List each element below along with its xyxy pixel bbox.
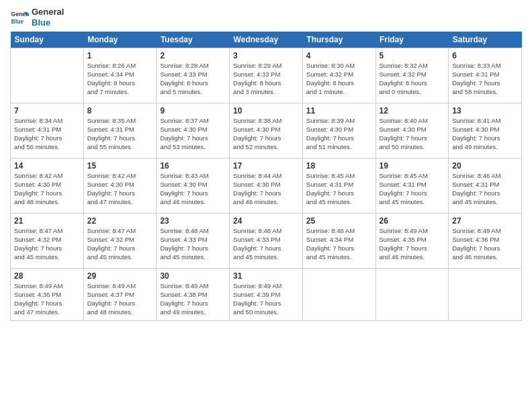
day-info: Sunrise: 8:49 AMSunset: 4:37 PMDaylight:… (87, 282, 153, 316)
logo-general: General (32, 7, 64, 17)
day-info: Sunrise: 8:45 AMSunset: 4:31 PMDaylight:… (306, 172, 372, 206)
day-info: Sunrise: 8:29 AMSunset: 4:33 PMDaylight:… (233, 62, 299, 96)
day-number: 10 (233, 106, 299, 116)
day-info: Sunrise: 8:49 AMSunset: 4:35 PMDaylight:… (380, 227, 445, 261)
day-number: 1 (87, 51, 153, 60)
day-cell: 16Sunrise: 8:43 AMSunset: 4:30 PMDayligh… (157, 158, 230, 214)
day-number: 15 (87, 161, 153, 171)
day-info: Sunrise: 8:42 AMSunset: 4:30 PMDaylight:… (87, 172, 153, 206)
day-cell: 17Sunrise: 8:44 AMSunset: 4:30 PMDayligh… (230, 158, 303, 214)
day-cell: 27Sunrise: 8:49 AMSunset: 4:36 PMDayligh… (449, 214, 522, 269)
day-info: Sunrise: 8:47 AMSunset: 4:32 PMDaylight:… (87, 227, 153, 261)
day-number: 4 (306, 51, 372, 60)
day-cell: 12Sunrise: 8:40 AMSunset: 4:30 PMDayligh… (375, 103, 449, 158)
day-cell: 11Sunrise: 8:39 AMSunset: 4:30 PMDayligh… (302, 103, 375, 158)
day-cell: 20Sunrise: 8:46 AMSunset: 4:31 PMDayligh… (449, 158, 522, 214)
day-cell: 31Sunrise: 8:49 AMSunset: 4:39 PMDayligh… (230, 269, 303, 321)
day-info: Sunrise: 8:38 AMSunset: 4:30 PMDaylight:… (233, 117, 299, 151)
day-cell: 6Sunrise: 8:33 AMSunset: 4:31 PMDaylight… (449, 48, 522, 103)
week-row-1: 1Sunrise: 8:26 AMSunset: 4:34 PMDaylight… (11, 48, 522, 103)
week-row-4: 21Sunrise: 8:47 AMSunset: 4:32 PMDayligh… (11, 214, 522, 269)
day-info: Sunrise: 8:47 AMSunset: 4:32 PMDaylight:… (14, 227, 80, 261)
col-header-friday: Friday (375, 32, 449, 48)
day-cell: 19Sunrise: 8:45 AMSunset: 4:31 PMDayligh… (375, 158, 449, 214)
col-header-sunday: Sunday (11, 32, 84, 48)
day-info: Sunrise: 8:41 AMSunset: 4:30 PMDaylight:… (452, 117, 518, 151)
day-info: Sunrise: 8:48 AMSunset: 4:33 PMDaylight:… (160, 227, 226, 261)
day-cell: 23Sunrise: 8:48 AMSunset: 4:33 PMDayligh… (157, 214, 230, 269)
day-number: 12 (380, 106, 445, 116)
day-cell: 24Sunrise: 8:48 AMSunset: 4:33 PMDayligh… (230, 214, 303, 269)
day-cell: 30Sunrise: 8:49 AMSunset: 4:38 PMDayligh… (157, 269, 230, 321)
day-number: 13 (452, 106, 518, 116)
day-info: Sunrise: 8:39 AMSunset: 4:30 PMDaylight:… (306, 117, 372, 151)
week-row-3: 14Sunrise: 8:42 AMSunset: 4:30 PMDayligh… (11, 158, 522, 214)
day-info: Sunrise: 8:35 AMSunset: 4:31 PMDaylight:… (87, 117, 153, 151)
day-number: 27 (452, 216, 518, 226)
day-number: 17 (233, 161, 299, 171)
col-header-monday: Monday (83, 32, 157, 48)
day-cell: 25Sunrise: 8:48 AMSunset: 4:34 PMDayligh… (302, 214, 375, 269)
day-cell: 3Sunrise: 8:29 AMSunset: 4:33 PMDaylight… (230, 48, 303, 103)
day-number: 26 (380, 216, 445, 226)
day-cell (11, 48, 84, 103)
day-info: Sunrise: 8:28 AMSunset: 4:33 PMDaylight:… (160, 62, 226, 96)
day-cell (449, 269, 522, 321)
day-info: Sunrise: 8:32 AMSunset: 4:32 PMDaylight:… (380, 62, 445, 96)
day-info: Sunrise: 8:42 AMSunset: 4:30 PMDaylight:… (14, 172, 80, 206)
day-info: Sunrise: 8:49 AMSunset: 4:39 PMDaylight:… (233, 282, 299, 316)
day-number: 25 (306, 216, 372, 226)
day-cell: 8Sunrise: 8:35 AMSunset: 4:31 PMDaylight… (83, 103, 157, 158)
day-cell: 10Sunrise: 8:38 AMSunset: 4:30 PMDayligh… (230, 103, 303, 158)
week-row-5: 28Sunrise: 8:49 AMSunset: 4:36 PMDayligh… (11, 269, 522, 321)
day-info: Sunrise: 8:34 AMSunset: 4:31 PMDaylight:… (14, 117, 80, 151)
day-number: 20 (452, 161, 518, 171)
svg-text:Blue: Blue (11, 17, 24, 24)
day-info: Sunrise: 8:40 AMSunset: 4:30 PMDaylight:… (380, 117, 445, 151)
day-cell: 26Sunrise: 8:49 AMSunset: 4:35 PMDayligh… (375, 214, 449, 269)
day-cell: 13Sunrise: 8:41 AMSunset: 4:30 PMDayligh… (449, 103, 522, 158)
day-cell: 29Sunrise: 8:49 AMSunset: 4:37 PMDayligh… (83, 269, 157, 321)
day-number: 5 (380, 51, 445, 60)
day-cell: 18Sunrise: 8:45 AMSunset: 4:31 PMDayligh… (302, 158, 375, 214)
day-info: Sunrise: 8:48 AMSunset: 4:34 PMDaylight:… (306, 227, 372, 261)
day-number: 31 (233, 271, 299, 281)
day-number: 23 (160, 216, 226, 226)
header-row: SundayMondayTuesdayWednesdayThursdayFrid… (11, 32, 522, 48)
day-cell: 4Sunrise: 8:30 AMSunset: 4:32 PMDaylight… (302, 48, 375, 103)
day-number: 21 (14, 216, 80, 226)
day-info: Sunrise: 8:49 AMSunset: 4:36 PMDaylight:… (14, 282, 80, 316)
col-header-thursday: Thursday (302, 32, 375, 48)
day-number: 28 (14, 271, 80, 281)
day-info: Sunrise: 8:37 AMSunset: 4:30 PMDaylight:… (160, 117, 226, 151)
day-number: 29 (87, 271, 153, 281)
calendar-table: SundayMondayTuesdayWednesdayThursdayFrid… (10, 32, 522, 321)
day-info: Sunrise: 8:46 AMSunset: 4:31 PMDaylight:… (452, 172, 518, 206)
day-number: 19 (380, 161, 445, 171)
logo-icon: General Blue (10, 8, 29, 27)
day-cell (302, 269, 375, 321)
logo: General Blue General Blue (10, 7, 64, 28)
day-cell: 22Sunrise: 8:47 AMSunset: 4:32 PMDayligh… (83, 214, 157, 269)
col-header-wednesday: Wednesday (230, 32, 303, 48)
day-info: Sunrise: 8:44 AMSunset: 4:30 PMDaylight:… (233, 172, 299, 206)
day-number: 8 (87, 106, 153, 116)
day-info: Sunrise: 8:45 AMSunset: 4:31 PMDaylight:… (380, 172, 445, 206)
day-cell: 7Sunrise: 8:34 AMSunset: 4:31 PMDaylight… (11, 103, 84, 158)
day-info: Sunrise: 8:26 AMSunset: 4:34 PMDaylight:… (87, 62, 153, 96)
day-number: 18 (306, 161, 372, 171)
day-number: 11 (306, 106, 372, 116)
day-info: Sunrise: 8:30 AMSunset: 4:32 PMDaylight:… (306, 62, 372, 96)
day-cell: 2Sunrise: 8:28 AMSunset: 4:33 PMDaylight… (157, 48, 230, 103)
day-cell: 5Sunrise: 8:32 AMSunset: 4:32 PMDaylight… (375, 48, 449, 103)
day-number: 9 (160, 106, 226, 116)
day-cell: 9Sunrise: 8:37 AMSunset: 4:30 PMDaylight… (157, 103, 230, 158)
day-cell: 1Sunrise: 8:26 AMSunset: 4:34 PMDaylight… (83, 48, 157, 103)
day-cell: 15Sunrise: 8:42 AMSunset: 4:30 PMDayligh… (83, 158, 157, 214)
header: General Blue General Blue (10, 7, 522, 28)
day-info: Sunrise: 8:43 AMSunset: 4:30 PMDaylight:… (160, 172, 226, 206)
day-info: Sunrise: 8:49 AMSunset: 4:38 PMDaylight:… (160, 282, 226, 316)
day-cell (375, 269, 449, 321)
day-number: 24 (233, 216, 299, 226)
day-cell: 28Sunrise: 8:49 AMSunset: 4:36 PMDayligh… (11, 269, 84, 321)
